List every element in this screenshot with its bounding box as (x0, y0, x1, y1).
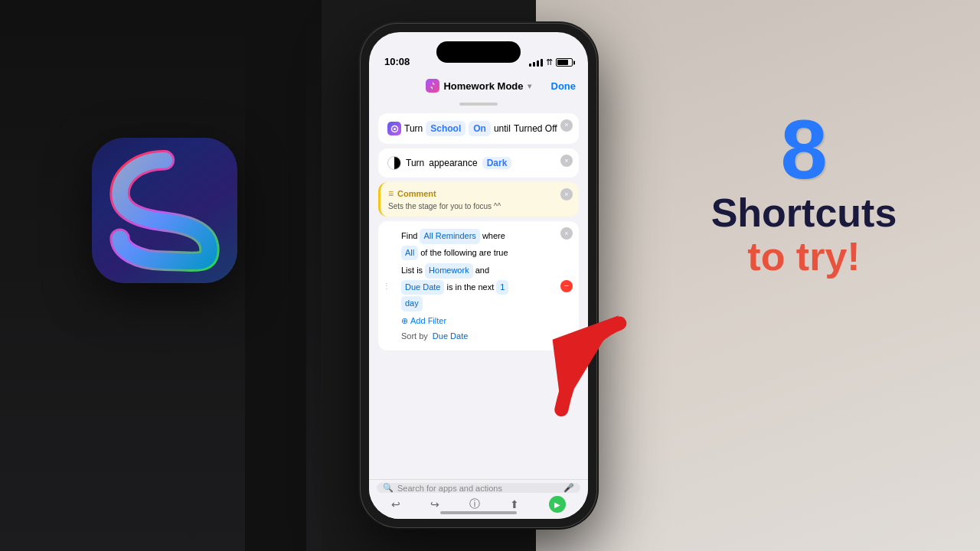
find-row-5: day (392, 296, 557, 311)
drag-handle-icon[interactable]: ⋮ (383, 280, 390, 292)
svg-point-1 (394, 128, 396, 130)
dark-pill[interactable]: Dark (482, 157, 512, 169)
header-shortcut-title: Homework Mode (443, 80, 523, 92)
comment-title: Comment (397, 189, 436, 198)
play-button[interactable]: ▶ (549, 496, 566, 513)
shortcut-header-icon (426, 79, 439, 93)
close-icon: × (564, 120, 568, 131)
homework-pill[interactable]: Homework (425, 263, 473, 279)
is-label: is (416, 264, 423, 278)
find-row-4: Due Date is in the next 1 (392, 280, 557, 295)
app-header: Homework Mode ▾ Done (369, 72, 588, 99)
wifi-icon: ⇈ (546, 57, 553, 67)
school-pill[interactable]: School (426, 121, 466, 136)
forward-button[interactable]: ↪ (430, 498, 439, 510)
info-button[interactable]: ⓘ (469, 497, 480, 511)
comment-text: Sets the stage for you to focus ^^ (388, 202, 571, 210)
sort-value[interactable]: Due Date (433, 330, 468, 344)
all-reminders-pill[interactable]: All Reminders (420, 229, 479, 244)
comment-card: ≡ Comment Sets the stage for you to focu… (378, 182, 579, 217)
focus-icon (387, 122, 401, 135)
dynamic-island (436, 41, 521, 63)
due-date-pill[interactable]: Due Date (401, 280, 444, 295)
chevron-down-icon: ▾ (528, 82, 531, 90)
close-icon: × (564, 157, 568, 165)
signal-icon (529, 59, 543, 67)
is-in-label: is in the next (446, 281, 494, 295)
add-icon: ⊕ (401, 315, 408, 328)
day-pill[interactable]: day (401, 296, 423, 311)
following-label: of the following are true (420, 246, 508, 260)
dark-block (245, 0, 306, 551)
big-number: 8 (674, 107, 934, 191)
and-label: and (475, 264, 489, 278)
phone: 10:08 ⇈ (360, 23, 597, 528)
add-filter-label: Add Filter (410, 315, 446, 328)
search-icon: 🔍 (383, 483, 394, 493)
share-button[interactable]: ⬆ (510, 498, 519, 510)
turn-appearance-label: Turn (406, 158, 424, 168)
comment-lines-icon: ≡ (388, 188, 394, 199)
shortcuts-label: Shortcuts (674, 191, 934, 235)
turned-off-label: Turned Off (514, 122, 557, 135)
appearance-card: Turn appearance Dark × (378, 148, 579, 178)
find-row-3: List is Homework and (392, 263, 557, 279)
header-title-area: Homework Mode ▾ (426, 79, 531, 93)
turn-label: Turn (404, 122, 423, 135)
mic-icon[interactable]: 🎤 (564, 483, 574, 493)
where-label: where (482, 230, 505, 243)
on-pill[interactable]: On (469, 121, 491, 136)
all-pill[interactable]: All (401, 246, 418, 261)
search-placeholder: Search for apps and actions (397, 484, 560, 493)
shortcuts-app-icon (92, 138, 237, 283)
number-pill[interactable]: 1 (496, 280, 508, 295)
phone-screen: 10:08 ⇈ (369, 32, 588, 519)
phone-body: 10:08 ⇈ (360, 23, 597, 528)
search-bar[interactable]: 🔍 Search for apps and actions 🎤 (377, 483, 580, 493)
back-button[interactable]: ↩ (391, 498, 400, 510)
find-reminders-card: ⋮ Find All Reminders where All of the fo… (378, 221, 579, 350)
sort-row: Sort by Due Date (392, 330, 557, 344)
find-row-2: All of the following are true (392, 246, 557, 261)
close-find-button[interactable]: × (560, 227, 573, 240)
bottom-actions: ↩ ↪ ⓘ ⬆ ▶ (377, 496, 580, 513)
status-time: 10:08 (384, 56, 410, 67)
sort-by-label: Sort by (401, 330, 428, 344)
battery-icon (556, 58, 573, 67)
comment-header: ≡ Comment (388, 188, 571, 199)
add-filter-button[interactable]: ⊕ Add Filter (392, 315, 557, 328)
close-school-button[interactable]: × (560, 119, 573, 132)
close-comment-button[interactable]: × (560, 188, 573, 201)
school-card: Turn School On until Turned Off × (378, 113, 579, 144)
find-label: Find (401, 230, 417, 243)
list-label: List (401, 264, 414, 278)
appearance-icon (387, 156, 401, 170)
appearance-label: appearance (429, 158, 477, 168)
close-appearance-button[interactable]: × (560, 155, 573, 167)
play-icon: ▶ (554, 500, 560, 509)
close-icon: × (564, 228, 568, 239)
to-try-label: to try! (674, 235, 934, 279)
minus-button[interactable]: − (560, 280, 573, 292)
find-row-1: Find All Reminders where (392, 229, 557, 244)
close-icon: × (564, 191, 568, 198)
done-button[interactable]: Done (551, 80, 577, 92)
right-text-area: 8 Shortcuts to try! (674, 107, 934, 279)
home-indicator (440, 511, 517, 514)
scroll-handle (459, 103, 498, 106)
status-icons: ⇈ (529, 57, 573, 67)
until-label: until (494, 122, 511, 135)
